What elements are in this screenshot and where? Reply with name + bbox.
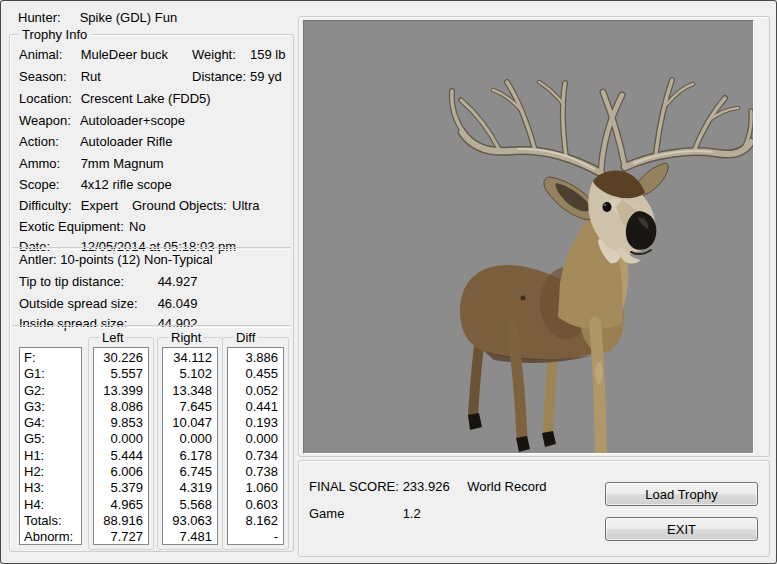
antler-label: Outside spread size: xyxy=(19,296,154,311)
measure-row-label: G2: xyxy=(20,383,81,399)
game-version-line: Game 1.2 xyxy=(309,506,421,521)
field-value: 4x12 rifle scope xyxy=(81,177,172,192)
measure-row-label: G5: xyxy=(20,431,81,447)
field-label: Distance: xyxy=(192,69,246,84)
measure-value: 0.193 xyxy=(228,415,283,431)
measure-value: 5.102 xyxy=(163,366,217,382)
measure-value: 9.853 xyxy=(94,415,148,431)
measure-value: 3.886 xyxy=(228,350,283,366)
field-value: Rut xyxy=(81,69,101,84)
measure-value: 5.568 xyxy=(163,497,217,513)
field-row-location: Location: Crescent Lake (FDD5) xyxy=(19,91,290,108)
measure-row-label: G4: xyxy=(20,415,81,431)
field-value: Crescent Lake (FDD5) xyxy=(81,91,211,106)
trophy-window: Hunter: Spike (GDL) Fun Trophy Info Anim… xyxy=(0,0,777,564)
measure-value: 5.444 xyxy=(94,448,148,464)
final-score-value: 233.926 xyxy=(403,479,464,494)
right-column-header: Right xyxy=(168,330,204,345)
separator xyxy=(12,325,291,327)
field-value: Ultra xyxy=(232,198,259,213)
measure-value: 34.112 xyxy=(163,350,217,366)
antler-value: 46.049 xyxy=(158,296,198,311)
right-column-group: Right 34.112 5.102 13.348 7.645 10.047 0… xyxy=(157,337,223,550)
measure-row-label: H3: xyxy=(20,480,81,496)
left-column-header: Left xyxy=(99,330,127,345)
measure-value: 0.000 xyxy=(228,431,283,447)
measure-value: - xyxy=(228,529,283,545)
measure-value: 7.481 xyxy=(163,529,217,545)
field-label: Weapon: xyxy=(19,113,77,128)
field-label: Season: xyxy=(19,69,77,84)
field-row-exotic-equipment: Exotic Equipment: No xyxy=(19,219,290,236)
deer-render xyxy=(304,21,753,453)
antler-outside-row: Outside spread size: 46.049 xyxy=(19,296,290,313)
field-label: Animal: xyxy=(19,47,77,62)
game-version-value: 1.2 xyxy=(403,506,421,521)
measure-value: 5.557 xyxy=(94,366,148,382)
load-trophy-button[interactable]: Load Trophy xyxy=(605,482,758,506)
field-value: MuleDeer buck xyxy=(81,47,168,62)
measure-row-label: G1: xyxy=(20,366,81,382)
field-label: Ammo: xyxy=(19,156,77,171)
antler-value: 44.927 xyxy=(158,274,198,289)
measure-value: 13.399 xyxy=(94,383,148,399)
measure-value: 6.006 xyxy=(94,464,148,480)
exit-button[interactable]: EXIT xyxy=(605,517,758,541)
hunter-label: Hunter: xyxy=(18,10,76,25)
separator xyxy=(12,247,291,249)
measure-value: 88.916 xyxy=(94,513,148,529)
measure-value: 0.052 xyxy=(228,383,283,399)
measure-row-label: G3: xyxy=(20,399,81,415)
diff-values-listbox[interactable]: 3.886 0.455 0.052 0.441 0.193 0.000 0.73… xyxy=(227,347,284,545)
measure-value: 0.455 xyxy=(228,366,283,382)
field-value: No xyxy=(129,219,146,234)
measure-value: 4.965 xyxy=(94,497,148,513)
field-value: Expert xyxy=(81,198,119,213)
measure-value: 10.047 xyxy=(163,415,217,431)
field-label: Location: xyxy=(19,91,77,106)
measure-value: 5.379 xyxy=(94,480,148,496)
field-row-action: Action: Autoloader Rifle xyxy=(19,134,290,151)
field-value: Autoloader Rifle xyxy=(80,134,173,149)
final-score-line: FINAL SCORE: 233.926 World Record xyxy=(309,479,546,494)
measure-row-label: H1: xyxy=(20,448,81,464)
field-value: 159 lb xyxy=(250,47,285,62)
field-label: Weight: xyxy=(192,47,236,62)
antler-label: Tip to tip distance: xyxy=(19,274,154,289)
trophy-info-groupbox: Trophy Info Animal: MuleDeer buck Weight… xyxy=(9,34,294,552)
hunter-value: Spike (GDL) Fun xyxy=(80,10,178,25)
measure-row-label: H2: xyxy=(20,464,81,480)
field-row-animal: Animal: MuleDeer buck Weight: 159 lb xyxy=(19,47,290,64)
left-values-listbox[interactable]: 30.226 5.557 13.399 8.086 9.853 0.000 5.… xyxy=(93,347,149,545)
measure-value: 4.319 xyxy=(163,480,217,496)
right-values-listbox[interactable]: 34.112 5.102 13.348 7.645 10.047 0.000 6… xyxy=(162,347,218,545)
measure-labels-listbox[interactable]: F: G1: G2: G3: G4: G5: H1: H2: H3: H4: T… xyxy=(19,347,82,545)
trophy-viewer-groupbox xyxy=(298,16,770,457)
measure-value: 7.645 xyxy=(163,399,217,415)
measure-value: 0.000 xyxy=(163,431,217,447)
measure-value: 8.162 xyxy=(228,513,283,529)
field-row-ammo: Ammo: 7mm Magnum xyxy=(19,156,290,173)
antler-summary: Antler: 10-points (12) Non-Typical xyxy=(19,252,213,267)
measure-value: 6.178 xyxy=(163,448,217,464)
measure-value: 0.738 xyxy=(228,464,283,480)
measure-row-label: Totals: xyxy=(20,513,81,529)
field-row-scope: Scope: 4x12 rifle scope xyxy=(19,177,290,194)
field-row-difficulty: Difficulty: Expert Ground Objects: Ultra xyxy=(19,198,290,215)
measure-value: 0.000 xyxy=(94,431,148,447)
measure-row-label: H4: xyxy=(20,497,81,513)
measure-value: 0.734 xyxy=(228,448,283,464)
diff-column-header: Diff xyxy=(233,330,258,345)
measure-value: 7.727 xyxy=(94,529,148,545)
field-label: Ground Objects: xyxy=(132,198,227,213)
field-label: Scope: xyxy=(19,177,77,192)
field-row-weapon: Weapon: Autoloader+scope xyxy=(19,113,290,130)
antler-label: Inside spread size: xyxy=(19,316,154,331)
measure-value: 0.603 xyxy=(228,497,283,513)
left-column-group: Left 30.226 5.557 13.399 8.086 9.853 0.0… xyxy=(88,337,154,550)
measure-row-label: Abnorm: xyxy=(20,529,81,545)
final-score-label: FINAL SCORE: xyxy=(309,479,399,494)
field-label: Difficulty: xyxy=(19,198,77,213)
measure-value: 93.063 xyxy=(163,513,217,529)
measure-row-label: F: xyxy=(20,350,81,366)
